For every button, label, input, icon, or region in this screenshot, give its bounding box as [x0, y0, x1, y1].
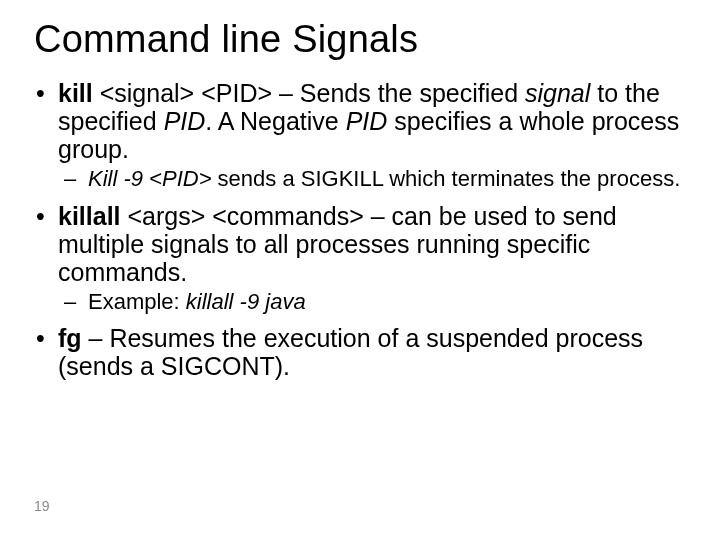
cmd-fg: fg	[58, 324, 82, 352]
killall-rest: <args> <commands> – can be used to send …	[58, 202, 617, 286]
bullet-kill: kill <signal> <PID> – Sends the specifie…	[58, 79, 690, 192]
kill-sublist: Kill -9 <PID> sends a SIGKILL which term…	[58, 167, 690, 192]
kill-pid-word: PID	[164, 107, 206, 135]
bullet-killall: killall <args> <commands> – can be used …	[58, 202, 690, 315]
kill-sub-lead: Kill -9 <PID>	[88, 166, 212, 191]
kill-args: <signal> <PID>	[93, 79, 279, 107]
slide: Command line Signals kill <signal> <PID>…	[0, 0, 720, 540]
bullet-fg: fg – Resumes the execution of a suspende…	[58, 324, 690, 380]
killall-sub-lead: Example:	[88, 289, 186, 314]
fg-rest: – Resumes the execution of a suspended p…	[58, 324, 643, 380]
kill-sub-1: Kill -9 <PID> sends a SIGKILL which term…	[88, 167, 690, 192]
kill-text-3: . A Negative	[205, 107, 345, 135]
kill-pid2-word: PID	[346, 107, 388, 135]
cmd-kill: kill	[58, 79, 93, 107]
slide-title: Command line Signals	[34, 18, 690, 61]
bullet-list: kill <signal> <PID> – Sends the specifie…	[30, 79, 690, 380]
killall-sub-cmd: killall -9 java	[186, 289, 306, 314]
kill-sep: –	[279, 79, 300, 107]
killall-sublist: Example: killall -9 java	[58, 290, 690, 315]
kill-text-1: Sends the specified	[300, 79, 525, 107]
page-number: 19	[34, 498, 50, 514]
kill-signal-word: signal	[525, 79, 590, 107]
cmd-killall: killall	[58, 202, 121, 230]
killall-sub-1: Example: killall -9 java	[88, 290, 690, 315]
kill-sub-rest: sends a SIGKILL which terminates the pro…	[212, 166, 681, 191]
